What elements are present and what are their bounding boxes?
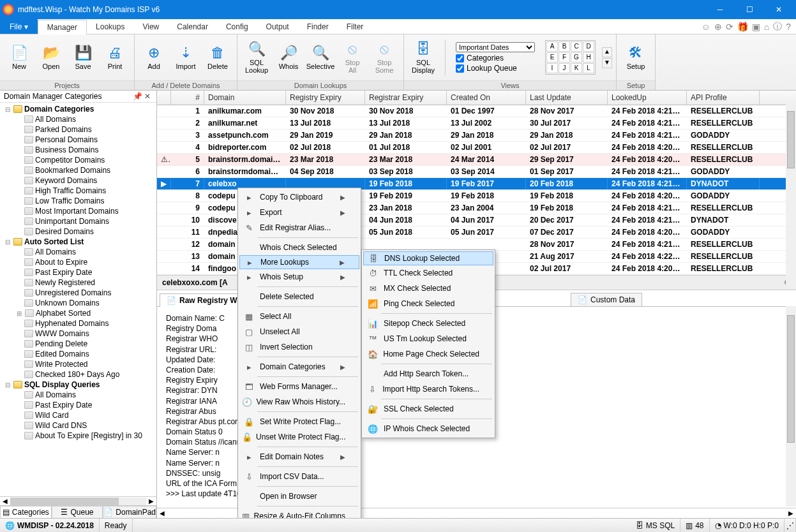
hscroll-left-icon[interactable]: ◀: [0, 498, 10, 505]
letter-A[interactable]: A: [546, 41, 558, 52]
menu-item-sitepop-check-selected[interactable]: 📊Sitepop Check Selected: [363, 316, 493, 331]
detail-tab-raw-whois[interactable]: 📄Raw Registry Wh: [160, 293, 249, 307]
menu-item-domain-categories[interactable]: ▸Domain Categories▶: [239, 359, 359, 374]
tree-item[interactable]: Past Expiry Date: [3, 267, 156, 277]
menu-item-whois-setup[interactable]: ▸Whois Setup▶: [239, 269, 359, 284]
tree-item[interactable]: Checked 180+ Days Ago: [3, 369, 156, 380]
letter-C[interactable]: C: [571, 41, 582, 52]
col-header[interactable]: API Profile: [687, 91, 760, 105]
home-icon[interactable]: ⌂: [764, 22, 769, 32]
categories-checkbox[interactable]: Categories: [456, 54, 535, 63]
menu-finder[interactable]: Finder: [298, 19, 338, 34]
col-header[interactable]: Last Update: [526, 91, 608, 105]
menu-item-mx-check-selected[interactable]: ✉MX Check Selected: [363, 281, 493, 296]
menu-view[interactable]: View: [133, 19, 168, 34]
tree-item[interactable]: All Domains: [3, 390, 156, 400]
menu-item-ping-check-selected[interactable]: 📶Ping Check Selected: [363, 296, 493, 311]
tree-item[interactable]: Wild Card: [3, 410, 156, 420]
menu-item-whois-check-selected[interactable]: Whois Check Selected: [239, 240, 359, 255]
col-header[interactable]: Registrar Expiry: [365, 91, 447, 105]
menu-item-unset-write-protect-flag-[interactable]: 🔓Unset Write Protect Flag...: [239, 429, 359, 445]
grid-down-icon[interactable]: ▼: [602, 58, 612, 68]
views-dropdown[interactable]: Important Dates: [456, 42, 535, 52]
detail-vscroll[interactable]: [786, 306, 796, 506]
grid-up-icon[interactable]: ▲: [602, 47, 612, 57]
col-header[interactable]: #: [171, 91, 204, 105]
menu-item-home-page-check-selected[interactable]: 🏠Home Page Check Selected: [363, 346, 493, 362]
setup-button[interactable]: 🛠Setup: [620, 38, 651, 77]
add-button[interactable]: ⊕Add: [139, 38, 169, 77]
detail-hscroll-right-icon[interactable]: ▶: [786, 510, 796, 517]
col-header[interactable]: [157, 91, 171, 105]
refresh-icon[interactable]: ⟳: [726, 22, 733, 32]
menu-item-dns-lookup-selected[interactable]: 🗄DNS Lookup Selected: [363, 251, 493, 265]
tree-item[interactable]: ⊞Alphabet Sorted: [3, 308, 156, 318]
tree-item[interactable]: About To Expire [Registry] in 30: [3, 431, 156, 441]
tree-item[interactable]: Parked Domains: [3, 124, 156, 135]
lookup-queue-checkbox[interactable]: Lookup Queue: [456, 64, 535, 73]
letter-B[interactable]: B: [559, 41, 570, 52]
col-header[interactable]: LookedUp: [608, 91, 687, 105]
tree-item[interactable]: Competitor Domains: [3, 155, 156, 165]
tree-item[interactable]: Most Important Domains: [3, 206, 156, 216]
tree-root[interactable]: ⊟Domain Categories: [3, 104, 156, 114]
tree-item[interactable]: Unknown Domains: [3, 298, 156, 308]
info-icon[interactable]: ⓘ: [773, 21, 782, 33]
menu-item-edit-domain-notes[interactable]: ▸Edit Domain Notes▶: [239, 449, 359, 464]
minimize-button[interactable]: ─: [705, 0, 735, 19]
tree-item[interactable]: All Domains: [3, 114, 156, 124]
alphabet-grid[interactable]: ABCDEFGHIJKL: [545, 40, 596, 75]
save-button[interactable]: 💾Save: [68, 38, 98, 77]
menu-item-invert-selection[interactable]: ◫Invert Selection: [239, 339, 359, 355]
letter-E[interactable]: E: [546, 52, 558, 63]
menu-item-more-lookups[interactable]: ▸More Lookups▶: [239, 255, 359, 269]
menu-item-import-csv-data-[interactable]: ⇩Import CSV Data...: [239, 469, 359, 484]
gift-icon[interactable]: 🎁: [737, 22, 748, 32]
letter-K[interactable]: K: [571, 63, 582, 73]
selective-button[interactable]: 🔍Selective: [305, 38, 336, 77]
tree-item[interactable]: Wild Card DNS: [3, 420, 156, 431]
sidebar-tab-queue[interactable]: ☰Queue: [52, 506, 103, 518]
menu-filter[interactable]: Filter: [338, 19, 373, 34]
table-row[interactable]: 1anilkumar.com30 Nov 201830 Nov 201801 D…: [157, 105, 796, 117]
col-header[interactable]: Domain: [204, 91, 286, 105]
tree-item[interactable]: Pending Delete: [3, 339, 156, 349]
table-row[interactable]: 6brainstormdomain…04 Sep 201803 Sep 2018…: [157, 166, 796, 178]
table-row[interactable]: 4bidreporter.com02 Jul 201801 Jul 201802…: [157, 142, 796, 154]
table-row[interactable]: ⚠5brainstorm.domai…23 Mar 201823 Mar 201…: [157, 154, 796, 166]
tree-item[interactable]: Keyword Domains: [3, 175, 156, 186]
menu-config[interactable]: Config: [217, 19, 257, 34]
menu-item-copy-to-clipboard[interactable]: ▸Copy To Clipboard▶: [239, 189, 359, 205]
grid-vscroll[interactable]: [786, 102, 796, 287]
menu-item-view-raw-whois-history-[interactable]: 🕘View Raw Whois History...: [239, 394, 359, 410]
menu-item-export[interactable]: ▸Export▶: [239, 205, 359, 220]
menu-item-add-http-search-token-[interactable]: Add Http Search Token...: [363, 366, 493, 381]
close-button[interactable]: ✕: [764, 0, 793, 19]
table-row[interactable]: 3assetpunch.com29 Jan 201929 Jan 201829 …: [157, 129, 796, 142]
category-tree[interactable]: ⊟Domain CategoriesAll DomainsParked Doma…: [0, 103, 156, 496]
tree-item[interactable]: Unregistered Domains: [3, 288, 156, 298]
smiley-icon[interactable]: ☺: [701, 22, 710, 32]
detail-hscroll-left-icon[interactable]: ◀: [157, 510, 167, 517]
detail-tab-custom-data[interactable]: 📄Custom Data: [571, 293, 642, 306]
tree-item[interactable]: Write Protected: [3, 359, 156, 369]
menu-item-set-write-protect-flag-[interactable]: 🔒Set Write Protect Flag...: [239, 414, 359, 429]
tree-item[interactable]: Low Traffic Domains: [3, 196, 156, 206]
letter-I[interactable]: I: [546, 63, 558, 73]
sql-lookup-button[interactable]: 🔍SQLLookup: [241, 38, 272, 77]
tree-item[interactable]: About to Expire: [3, 257, 156, 267]
context-menu-main[interactable]: ▸Copy To Clipboard▶▸Export▶✎Edit Registr…: [237, 188, 361, 532]
help-icon[interactable]: ?: [786, 22, 791, 32]
menu-calendar[interactable]: Calendar: [168, 19, 217, 34]
sql-display-button[interactable]: 🗄SQL Display: [408, 38, 439, 77]
menu-item-edit-registrar-alias-[interactable]: ✎Edit Registrar Alias...: [239, 220, 359, 235]
import-button[interactable]: ⇣Import: [170, 38, 201, 77]
tree-root[interactable]: ⊟SQL Display Queries: [3, 380, 156, 390]
tree-item[interactable]: Newly Registered: [3, 277, 156, 288]
box-icon[interactable]: ▣: [752, 22, 760, 32]
menu-item-ttl-check-selected[interactable]: ⏱TTL Check Selected: [363, 265, 493, 281]
tree-item[interactable]: High Traffic Domains: [3, 186, 156, 196]
tree-item[interactable]: All Domains: [3, 247, 156, 257]
menu-file[interactable]: File ▾: [0, 19, 38, 34]
grid-header[interactable]: #DomainRegistry ExpiryRegistrar ExpiryCr…: [157, 91, 796, 105]
